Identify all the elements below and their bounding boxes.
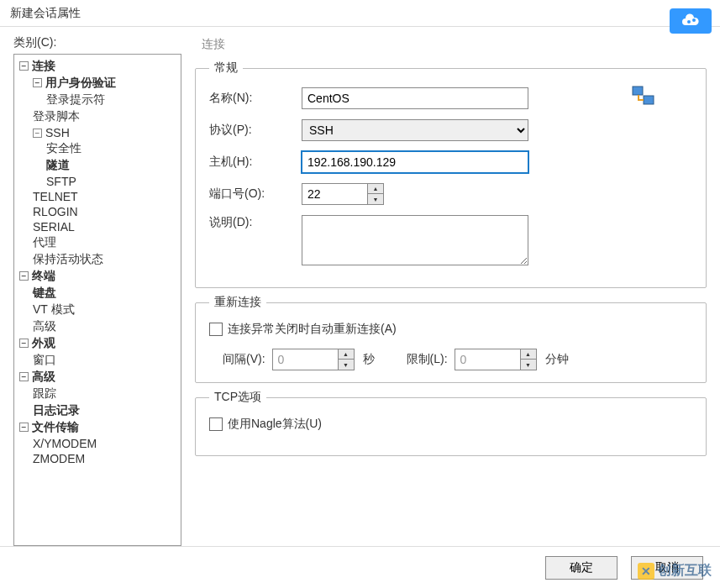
desc-textarea[interactable]: [302, 215, 528, 265]
tree-tunnel[interactable]: 隧道: [16, 157, 179, 174]
category-tree[interactable]: −连接 −用户身份验证 登录提示符 登录脚本 −SSH 安全性 隧道 SFTP …: [13, 54, 181, 546]
button-bar: 确定 取消: [0, 546, 720, 588]
spin-down-icon[interactable]: ▼: [521, 360, 536, 370]
tree-auth[interactable]: −用户身份验证: [16, 75, 179, 92]
collapse-icon[interactable]: −: [19, 271, 29, 281]
reconnect-checkbox[interactable]: [209, 323, 223, 336]
reconnect-fieldset: 重新连接 连接异常关闭时自动重新连接(A) 间隔(V): ▲▼ 秒 限制(L):…: [195, 295, 707, 383]
tree-advanced-term[interactable]: 高级: [16, 318, 179, 335]
collapse-icon[interactable]: −: [33, 129, 42, 138]
tree-advanced[interactable]: −高级: [16, 369, 179, 386]
interval-unit: 秒: [363, 352, 375, 367]
protocol-label: 协议(P):: [209, 123, 302, 138]
tree-proxy[interactable]: 代理: [16, 234, 179, 251]
desc-label: 说明(D):: [209, 215, 302, 230]
tree-connection[interactable]: −连接: [16, 58, 179, 75]
tree-appearance[interactable]: −外观: [16, 335, 179, 352]
limit-label: 限制(L):: [407, 352, 448, 367]
spin-down-icon[interactable]: ▼: [339, 360, 354, 370]
collapse-icon[interactable]: −: [19, 61, 29, 71]
collapse-icon[interactable]: −: [19, 423, 29, 432]
tree-login-script[interactable]: 登录脚本: [16, 108, 179, 125]
category-label: 类别(C):: [13, 35, 181, 50]
host-label: 主机(H):: [209, 155, 302, 170]
svg-rect-1: [644, 96, 654, 104]
protocol-select[interactable]: SSH: [302, 119, 528, 141]
nagle-label: 使用Nagle算法(U): [228, 417, 322, 432]
general-fieldset: 常规 名称(N): 协议(P): SSH 主机(H): 端口号(O): ▲▼: [195, 60, 707, 288]
tree-xymodem[interactable]: X/YMODEM: [16, 436, 179, 451]
interval-input[interactable]: [272, 349, 338, 370]
nagle-checkbox[interactable]: [209, 417, 223, 431]
host-input[interactable]: [302, 151, 528, 173]
limit-stepper[interactable]: ▲▼: [455, 349, 539, 370]
titlebar: 新建会话属性 ? ×: [0, 0, 720, 27]
window-title: 新建会话属性: [10, 6, 81, 21]
tree-login-prompt[interactable]: 登录提示符: [16, 92, 179, 108]
collapse-icon[interactable]: −: [19, 372, 29, 381]
name-input[interactable]: [302, 87, 528, 109]
tree-security[interactable]: 安全性: [16, 140, 179, 157]
name-label: 名称(N):: [209, 91, 302, 106]
tree-keepalive[interactable]: 保持活动状态: [16, 251, 179, 268]
interval-label: 间隔(V):: [223, 352, 265, 367]
cloud-badge-icon: [670, 8, 712, 34]
connection-icon: [632, 86, 655, 108]
port-label: 端口号(O):: [209, 186, 302, 202]
ok-button[interactable]: 确定: [545, 556, 618, 580]
spin-up-icon[interactable]: ▲: [521, 349, 536, 360]
interval-stepper[interactable]: ▲▼: [272, 349, 356, 370]
panel-header: 连接: [195, 35, 707, 54]
tree-sftp[interactable]: SFTP: [16, 174, 179, 189]
limit-unit: 分钟: [545, 352, 569, 367]
tree-zmodem[interactable]: ZMODEM: [16, 451, 179, 466]
tree-window[interactable]: 窗口: [16, 352, 179, 369]
svg-rect-0: [633, 87, 643, 95]
collapse-icon[interactable]: −: [19, 339, 29, 348]
cancel-button[interactable]: 取消: [631, 556, 703, 580]
tree-vt-mode[interactable]: VT 模式: [16, 302, 179, 318]
tree-ssh[interactable]: −SSH: [16, 125, 179, 140]
general-legend: 常规: [209, 60, 243, 76]
port-stepper[interactable]: ▲▼: [302, 183, 386, 205]
spin-up-icon[interactable]: ▲: [368, 184, 383, 194]
tree-trace[interactable]: 跟踪: [16, 386, 179, 402]
tree-serial[interactable]: SERIAL: [16, 219, 179, 234]
reconnect-checkbox-label: 连接异常关闭时自动重新连接(A): [228, 322, 397, 337]
tree-file-transfer[interactable]: −文件传输: [16, 419, 179, 436]
tcp-fieldset: TCP选项 使用Nagle算法(U): [195, 390, 707, 456]
port-input[interactable]: [302, 183, 367, 205]
tree-telnet[interactable]: TELNET: [16, 189, 179, 204]
tree-terminal[interactable]: −终端: [16, 268, 179, 285]
reconnect-legend: 重新连接: [209, 295, 266, 310]
tree-keyboard[interactable]: 键盘: [16, 285, 179, 302]
spin-down-icon[interactable]: ▼: [368, 194, 383, 204]
tree-rlogin[interactable]: RLOGIN: [16, 204, 179, 219]
tree-logging[interactable]: 日志记录: [16, 402, 179, 419]
spin-up-icon[interactable]: ▲: [339, 349, 354, 360]
tcp-legend: TCP选项: [209, 390, 266, 405]
collapse-icon[interactable]: −: [33, 78, 42, 87]
limit-input[interactable]: [455, 349, 520, 370]
